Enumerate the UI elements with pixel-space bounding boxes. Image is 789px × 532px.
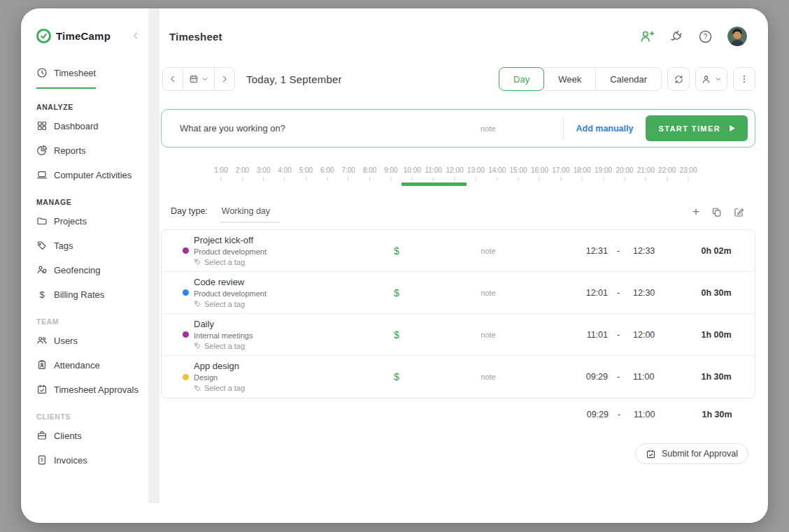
timeline-hour: 2:00 — [236, 166, 249, 181]
entry-project[interactable]: Product development — [194, 289, 376, 299]
sidebar-item-label: Reports — [54, 145, 86, 156]
project-color-dot[interactable] — [183, 289, 189, 296]
entry-name[interactable]: Code review — [194, 277, 376, 288]
time-entry-row[interactable]: Project kick-off Product development Sel… — [162, 230, 755, 272]
copy-entries-button[interactable] — [711, 207, 722, 217]
entry-duration[interactable]: 0h 30m — [678, 288, 755, 298]
prev-day-button[interactable] — [162, 67, 183, 91]
task-input[interactable] — [180, 123, 481, 134]
sidebar-item-projects[interactable]: Projects — [36, 212, 141, 230]
sidebar-collapse-icon[interactable] — [132, 31, 141, 40]
billable-toggle[interactable]: $ — [376, 287, 418, 299]
sync-button[interactable] — [667, 67, 690, 91]
sidebar-item-invoices[interactable]: $ Invoices — [36, 451, 141, 469]
sidebar-item-dashboard[interactable]: Dashboard — [36, 117, 141, 135]
summary-end-time: 11:00 — [630, 410, 678, 419]
sidebar-item-timesheet[interactable]: Timesheet — [36, 64, 96, 89]
section-header-team: TEAM — [36, 317, 141, 326]
entry-end-time[interactable]: 11:00 — [629, 372, 678, 382]
bulk-edit-button[interactable] — [734, 207, 744, 217]
entry-duration[interactable]: 0h 02m — [678, 246, 755, 256]
hour-label: 20:00 — [616, 166, 633, 175]
tab-week[interactable]: Week — [543, 67, 596, 91]
time-entry-row[interactable]: Daily Internal meetings Select a tag $ n… — [162, 314, 755, 356]
project-color-dot[interactable] — [183, 247, 189, 254]
project-color-dot[interactable] — [183, 331, 189, 338]
hour-label: 8:00 — [363, 166, 376, 175]
hour-label: 14:00 — [488, 166, 506, 175]
user-avatar[interactable] — [727, 27, 747, 46]
timeline-hour: 22:00 — [658, 166, 676, 181]
sidebar-item-computer-activities[interactable]: Computer Activities — [36, 166, 141, 184]
time-entry-row[interactable]: App design Design Select a tag $ note 09… — [162, 356, 755, 398]
current-date-label: Today, 1 September — [246, 73, 342, 85]
person-icon — [701, 74, 711, 85]
start-timer-button[interactable]: START TIMER — [646, 115, 748, 141]
billable-toggle[interactable]: $ — [376, 329, 418, 340]
time-separator: - — [608, 288, 629, 298]
tag-selector[interactable]: Select a tag — [194, 383, 376, 393]
sidebar-item-clients[interactable]: Clients — [36, 426, 141, 445]
sidebar-item-reports[interactable]: Reports — [36, 141, 141, 159]
tab-day[interactable]: Day — [499, 67, 544, 91]
entry-end-time[interactable]: 12:33 — [629, 246, 678, 256]
user-filter-button[interactable] — [695, 67, 727, 91]
entry-start-time[interactable]: 09:29 — [559, 372, 608, 382]
tag-icon — [36, 240, 48, 251]
submit-for-approval-button[interactable]: Submit for Approval — [635, 443, 748, 464]
entry-note-field[interactable]: note — [418, 289, 559, 297]
day-type-label: Day type: — [171, 205, 208, 216]
time-separator: - — [608, 372, 629, 382]
sidebar-item-label: Timesheet — [54, 68, 96, 78]
entry-start-time[interactable]: 11:01 — [559, 330, 608, 340]
sidebar-item-billing-rates[interactable]: $ Billing Rates — [36, 285, 141, 303]
entry-note-field[interactable]: note — [418, 331, 559, 339]
entry-note-field[interactable]: note — [418, 247, 559, 255]
more-options-button[interactable] — [733, 67, 755, 91]
tag-selector[interactable]: Select a tag — [194, 257, 376, 267]
tag-selector[interactable]: Select a tag — [194, 341, 376, 351]
timeline-hour: 14:00 — [488, 166, 506, 181]
entry-duration[interactable]: 1h 30m — [678, 372, 755, 382]
entry-duration[interactable]: 1h 00m — [678, 330, 755, 340]
tag-selector-label: Select a tag — [204, 257, 245, 267]
entry-start-time[interactable]: 12:01 — [559, 288, 608, 298]
section-header-manage: MANAGE — [36, 198, 141, 206]
entry-start-time[interactable]: 12:31 — [559, 246, 608, 256]
project-color-dot[interactable] — [183, 374, 189, 380]
day-type-select[interactable]: Working day — [220, 205, 280, 223]
help-button[interactable]: ? — [698, 29, 713, 44]
integrations-button[interactable] — [669, 29, 683, 43]
hour-tick — [539, 177, 540, 181]
date-picker-button[interactable] — [183, 67, 215, 91]
sidebar-item-attendance[interactable]: Attendance — [36, 356, 141, 374]
billable-toggle[interactable]: $ — [376, 245, 418, 257]
entry-end-time[interactable]: 12:00 — [629, 330, 678, 340]
entry-name[interactable]: Daily — [194, 319, 376, 330]
billable-toggle[interactable]: $ — [376, 371, 418, 382]
add-manually-button[interactable]: Add manually — [576, 124, 634, 134]
entry-end-time[interactable]: 12:30 — [629, 288, 678, 298]
chevron-down-icon — [715, 76, 722, 82]
tag-selector[interactable]: Select a tag — [194, 299, 376, 309]
entry-project[interactable]: Design — [194, 373, 376, 382]
sidebar-item-tags[interactable]: Tags — [36, 236, 141, 254]
tab-calendar[interactable]: Calendar — [595, 67, 662, 91]
sidebar-item-timesheet-approvals[interactable]: Timesheet Approvals — [36, 380, 141, 398]
hour-tick — [603, 177, 604, 181]
time-entry-row[interactable]: Code review Product development Select a… — [162, 272, 755, 314]
sidebar-item-geofencing[interactable]: Geofencing — [36, 261, 141, 279]
entry-name[interactable]: App design — [194, 361, 376, 372]
entry-note-field[interactable]: note — [418, 373, 559, 381]
tag-icon — [194, 342, 201, 350]
entry-project[interactable]: Internal meetings — [194, 331, 376, 340]
summary-time-separator: - — [609, 410, 630, 419]
timeline-hour: 17:00 — [552, 166, 569, 181]
note-field[interactable]: note — [481, 124, 495, 133]
next-day-button[interactable] — [214, 67, 235, 91]
entry-project[interactable]: Product development — [194, 247, 376, 257]
entry-name[interactable]: Project kick-off — [194, 235, 376, 246]
add-entry-button[interactable]: + — [692, 206, 699, 217]
invite-user-button[interactable] — [639, 29, 655, 44]
sidebar-item-users[interactable]: Users — [36, 331, 141, 350]
